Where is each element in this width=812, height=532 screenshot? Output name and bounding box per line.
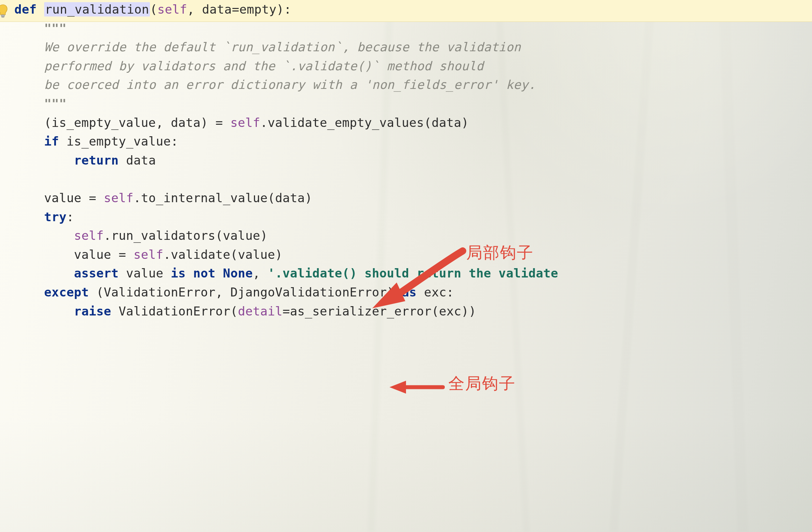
- svg-rect-0: [1, 15, 5, 16]
- docstring-open: """: [44, 21, 66, 35]
- keyword-if: if: [44, 134, 59, 148]
- function-name-highlight: run_validation: [44, 2, 150, 16]
- svg-rect-1: [1, 16, 4, 18]
- arrow-icon: [366, 247, 466, 312]
- code-block[interactable]: def run_validation(self, data=empty): ""…: [14, 0, 558, 320]
- lightbulb-icon[interactable]: [0, 4, 9, 19]
- keyword-try: try: [44, 210, 66, 224]
- code-editor: def run_validation(self, data=empty): ""…: [0, 0, 812, 532]
- annotation-local-hook: 局部钩子: [466, 242, 534, 263]
- bg-decoration: [0, 417, 812, 532]
- keyword-return: return: [74, 153, 119, 167]
- annotation-global-hook: 全局钩子: [448, 373, 516, 394]
- arrow-icon: [387, 380, 445, 394]
- keyword-assert: assert: [74, 266, 119, 280]
- docstring-line: We override the default `run_validation`…: [44, 40, 521, 54]
- keyword-raise: raise: [74, 304, 111, 318]
- keyword-def: def: [14, 2, 37, 16]
- keyword-self: self: [157, 2, 187, 16]
- keyword-except: except: [44, 285, 89, 299]
- docstring-line: be coerced into an error dictionary with…: [44, 77, 536, 92]
- docstring-close: """: [44, 96, 66, 111]
- docstring-line: performed by validators and the `.valida…: [44, 59, 483, 73]
